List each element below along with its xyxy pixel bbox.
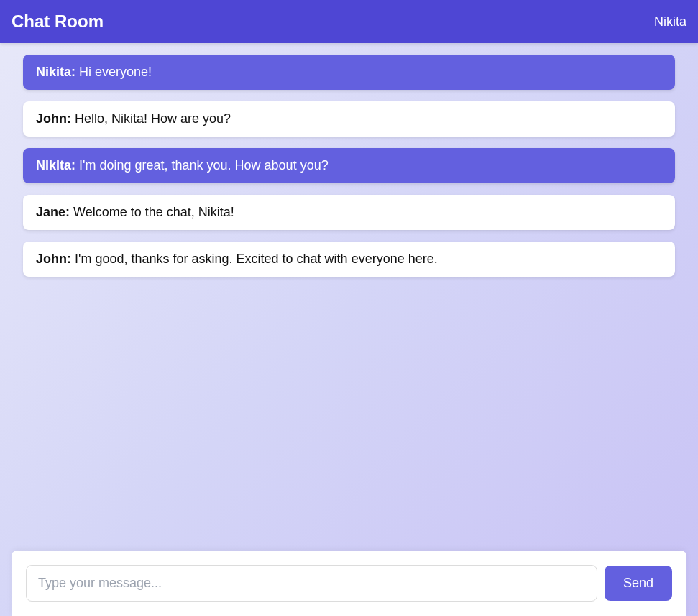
chat-message: Jane: Welcome to the chat, Nikita! [23, 195, 675, 230]
message-sender: Jane: [36, 205, 70, 219]
message-text: Hi everyone! [75, 65, 152, 79]
message-text: I'm doing great, thank you. How about yo… [75, 158, 329, 173]
send-button[interactable]: Send [605, 566, 672, 601]
message-sender: Nikita: [36, 65, 75, 79]
message-text: I'm good, thanks for asking. Excited to … [71, 252, 438, 266]
chat-title: Chat Room [12, 12, 104, 32]
message-sender: John: [36, 111, 71, 126]
current-user-label: Nikita [654, 14, 686, 29]
message-input[interactable] [26, 565, 597, 602]
message-text: Welcome to the chat, Nikita! [70, 205, 234, 219]
chat-message: John: Hello, Nikita! How are you? [23, 101, 675, 137]
message-sender: Nikita: [36, 158, 75, 173]
messages-container[interactable]: Nikita: Hi everyone!John: Hello, Nikita!… [0, 43, 698, 551]
message-text: Hello, Nikita! How are you? [71, 111, 231, 126]
chat-message: Nikita: I'm doing great, thank you. How … [23, 148, 675, 183]
message-sender: John: [36, 252, 71, 266]
chat-message: Nikita: Hi everyone! [23, 55, 675, 90]
input-container: Send [12, 551, 686, 616]
chat-header: Chat Room Nikita [0, 0, 698, 43]
chat-message: John: I'm good, thanks for asking. Excit… [23, 242, 675, 277]
